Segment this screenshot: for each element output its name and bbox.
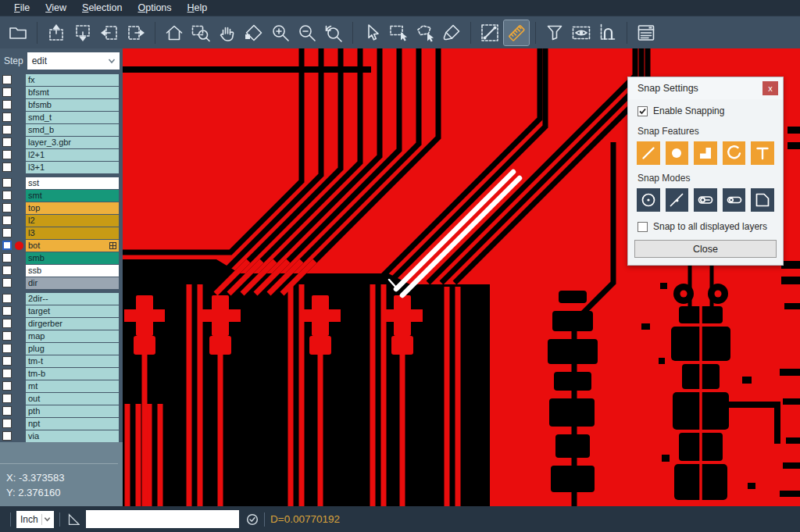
layer-row-layer_3.gbr[interactable]: layer_3.gbr [0, 136, 123, 148]
layer-checkbox-dirgerber[interactable] [2, 319, 12, 328]
layer-checkbox-npt[interactable] [2, 419, 12, 428]
layer-row-bot[interactable]: bot [0, 239, 123, 252]
layer-checkbox-smb[interactable] [2, 253, 12, 262]
layer-row-fx[interactable]: fx [0, 73, 123, 86]
layer-row-pth[interactable]: pth [0, 405, 123, 417]
snap-feature-pad-button[interactable] [666, 141, 689, 165]
close-icon[interactable]: x [762, 81, 778, 95]
layer-name-l3+1[interactable]: l3+1 [26, 162, 119, 173]
snap-dialog-titlebar[interactable]: Snap Settings x [628, 77, 783, 99]
layer-name-dirgerber[interactable]: dirgerber [26, 318, 119, 330]
layer-name-out[interactable]: out [26, 393, 119, 405]
layer-row-sst[interactable]: sst [0, 177, 123, 189]
home-button[interactable] [162, 20, 187, 45]
layer-checkbox-mt[interactable] [2, 381, 12, 391]
enable-snapping-checkbox[interactable] [638, 106, 648, 116]
layer-name-smt[interactable]: smt [26, 190, 119, 202]
layer-checkbox-smt[interactable] [2, 191, 12, 200]
layer-row-l3+1[interactable]: l3+1 [0, 161, 123, 173]
layer-name-ssb[interactable]: ssb [26, 265, 119, 277]
layer-row-bfsmb[interactable]: bfsmb [0, 98, 123, 111]
layer-checkbox-tm-t[interactable] [2, 356, 12, 366]
layer-row-l2+1[interactable]: l2+1 [0, 148, 123, 161]
pan-down-button[interactable] [70, 20, 95, 45]
layer-checkbox-dir[interactable] [2, 278, 12, 287]
menu-selection[interactable]: Selection [74, 1, 130, 15]
layer-name-map[interactable]: map [26, 330, 119, 342]
layer-row-plug[interactable]: plug [0, 342, 123, 355]
layer-row-map[interactable]: map [0, 330, 123, 342]
layer-name-fx[interactable]: fx [26, 74, 119, 86]
layer-row-smd_t[interactable]: smd_t [0, 111, 123, 123]
layer-name-pth[interactable]: pth [26, 405, 119, 417]
layer-row-tm-t[interactable]: tm-t [0, 355, 123, 367]
snap-button[interactable] [595, 20, 620, 45]
layer-checkbox-fx[interactable] [2, 75, 12, 84]
layer-checkbox-target[interactable] [2, 306, 12, 316]
layer-checkbox-bfsmt[interactable] [2, 87, 12, 97]
layer-checkbox-plug[interactable] [2, 344, 12, 353]
snap-mode-slot-button[interactable] [694, 188, 717, 212]
menu-help[interactable]: Help [180, 1, 216, 15]
layer-name-dir[interactable]: dir [26, 277, 119, 289]
layer-form-button[interactable] [634, 20, 659, 45]
measure-line-button[interactable] [477, 20, 502, 45]
layer-name-l2[interactable]: l2 [26, 215, 119, 227]
snap-feature-text-button[interactable] [751, 141, 774, 165]
layer-name-smd_t[interactable]: smd_t [26, 112, 119, 123]
layer-checkbox-smd_b[interactable] [2, 125, 12, 134]
layer-name-npt[interactable]: npt [26, 418, 119, 430]
layer-row-dir[interactable]: dir [0, 277, 123, 289]
layer-checkbox-2dir--[interactable] [2, 294, 12, 303]
layer-row-mt[interactable]: mt [0, 380, 123, 392]
layer-checkbox-map[interactable] [2, 331, 12, 341]
layer-name-smb[interactable]: smb [26, 252, 119, 264]
layer-name-2dir--[interactable]: 2dir-- [26, 293, 119, 305]
layer-name-l3[interactable]: l3 [26, 227, 119, 239]
brush-button[interactable] [439, 20, 464, 45]
layer-checkbox-ssb[interactable] [2, 266, 12, 275]
apply-check-icon[interactable] [246, 513, 259, 526]
pcb-canvas[interactable]: Snap Settings x Enable Snapping Snap Fea… [123, 48, 800, 506]
pan-left-button[interactable] [97, 20, 122, 45]
layer-name-tm-t[interactable]: tm-t [26, 355, 119, 367]
layer-name-top[interactable]: top [26, 202, 119, 214]
angle-measure-icon[interactable] [66, 512, 80, 527]
layer-checkbox-smd_t[interactable] [2, 112, 12, 122]
snap-feature-line-button[interactable] [637, 141, 660, 165]
snap-mode-center-button[interactable] [637, 188, 660, 212]
layer-checkbox-via[interactable] [2, 431, 12, 441]
snap-feature-arc-button[interactable] [723, 141, 746, 165]
layer-checkbox-pth[interactable] [2, 406, 12, 416]
layer-name-layer_3.gbr[interactable]: layer_3.gbr [26, 137, 119, 148]
snap-all-layers-checkbox[interactable] [638, 222, 648, 232]
layer-row-smd_b[interactable]: smd_b [0, 123, 123, 136]
layer-name-tm-b[interactable]: tm-b [26, 368, 119, 380]
layer-row-l2[interactable]: l2 [0, 214, 123, 227]
select-arrow-button[interactable] [359, 20, 384, 45]
select-polygon-button[interactable] [412, 20, 438, 45]
unit-dropdown[interactable]: Inch [16, 511, 54, 528]
layer-row-smt[interactable]: smt [0, 189, 123, 202]
layer-row-bfsmt[interactable]: bfsmt [0, 86, 123, 98]
open-folder-button[interactable] [5, 20, 30, 45]
layer-checkbox-out[interactable] [2, 394, 12, 403]
snap-mode-midpoint-button[interactable] [666, 188, 689, 212]
layer-name-smd_b[interactable]: smd_b [26, 124, 119, 136]
layer-name-bfsmb[interactable]: bfsmb [26, 99, 119, 111]
layer-name-plug[interactable]: plug [26, 343, 119, 355]
layer-name-l2+1[interactable]: l2+1 [26, 149, 119, 161]
layer-checkbox-l3[interactable] [2, 228, 12, 237]
close-button[interactable]: Close [634, 240, 777, 258]
layer-row-dirgerber[interactable]: dirgerber [0, 317, 123, 330]
command-input[interactable] [86, 510, 239, 528]
layer-checkbox-sst[interactable] [2, 178, 12, 187]
layer-name-bot[interactable]: bot [26, 240, 119, 252]
layer-checkbox-l3+1[interactable] [2, 162, 12, 172]
step-dropdown[interactable]: edit [27, 52, 120, 70]
zoom-region-button[interactable] [188, 20, 213, 45]
layer-row-smb[interactable]: smb [0, 252, 123, 264]
layer-checkbox-bot[interactable] [2, 241, 12, 250]
pan-hand-button[interactable] [215, 20, 240, 45]
layer-name-bfsmt[interactable]: bfsmt [26, 87, 119, 98]
